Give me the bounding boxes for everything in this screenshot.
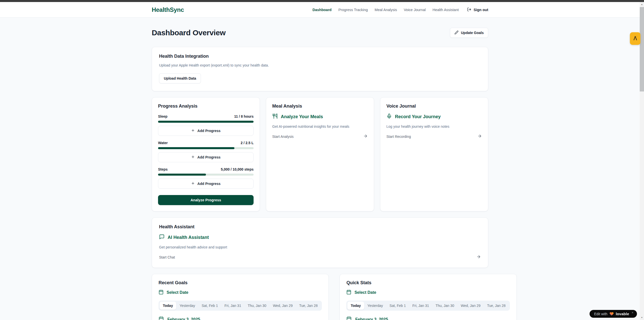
sleep-metric: Sleep 11 / 8 hours Add Progress	[158, 114, 254, 136]
app-logo[interactable]: HealthSync	[152, 6, 184, 13]
voice-journal-title: Voice Journal	[386, 104, 482, 109]
ai-health-assistant-link[interactable]: AI Health Assistant	[159, 234, 481, 241]
page-title: Dashboard Overview	[152, 28, 226, 37]
sign-out-button[interactable]: Sign out	[467, 7, 488, 12]
health-assistant-description: Get personalized health advice and suppo…	[159, 245, 481, 249]
progress-analysis-title: Progress Analysis	[158, 104, 254, 109]
vertical-scrollbar[interactable]: ▲ ▼	[640, 2, 644, 320]
utensils-icon	[272, 113, 278, 120]
tab-yesterday[interactable]: Yesterday	[176, 302, 198, 310]
meal-analysis-description: Get AI-powered nutritional insights for …	[272, 124, 368, 129]
sleep-add-progress-button[interactable]: Add Progress	[158, 126, 254, 136]
heart-icon	[609, 312, 614, 316]
steps-metric: Steps 5,000 / 10,000 steps Add Progress	[158, 167, 254, 189]
sign-out-label: Sign out	[474, 8, 488, 12]
recent-goals-date-tabs: Today Yesterday Sat, Feb 1 Fri, Jan 31 T…	[159, 301, 322, 311]
tab-fri-jan-31[interactable]: Fri, Jan 31	[221, 302, 244, 310]
quick-stats-title: Quick Stats	[346, 280, 510, 285]
plus-icon	[191, 181, 195, 186]
calendar-icon	[346, 290, 351, 296]
water-progress-bar	[158, 147, 254, 149]
tab-tue-jan-28[interactable]: Tue, Jan 28	[484, 302, 509, 310]
browser-top-bar	[0, 0, 644, 2]
progress-analysis-card: Progress Analysis Sleep 11 / 8 hours Add…	[152, 97, 260, 211]
scroll-up-arrow-icon[interactable]: ▲	[640, 2, 644, 7]
health-data-integration-card: Health Data Integration Upload your Appl…	[152, 47, 488, 91]
plus-icon	[191, 155, 195, 159]
nav-voice-journal[interactable]: Voice Journal	[404, 8, 426, 12]
upload-health-data-button[interactable]: Upload Health Data	[159, 73, 201, 83]
tab-today[interactable]: Today	[347, 302, 364, 310]
recent-goals-title: Recent Goals	[159, 280, 322, 285]
water-value: 2 / 2.5 L	[241, 141, 254, 145]
recent-goals-select-date[interactable]: Select Date	[159, 290, 322, 296]
close-icon[interactable]: ×	[632, 311, 633, 314]
meal-analysis-card: Meal Analysis Analyze Your Meals Get AI-…	[266, 97, 374, 211]
record-your-journey-link[interactable]: Record Your Journey	[386, 113, 482, 120]
sleep-label: Sleep	[158, 114, 167, 118]
meal-analysis-title: Meal Analysis	[272, 104, 368, 109]
water-add-progress-button[interactable]: Add Progress	[158, 152, 254, 162]
steps-progress-bar	[158, 174, 254, 176]
scroll-down-arrow-icon[interactable]: ▼	[640, 315, 644, 320]
recent-goals-card: Recent Goals Select Date Today Yesterday…	[152, 274, 329, 320]
health-assistant-card: Health Assistant AI Health Assistant Get…	[152, 217, 488, 268]
recent-goals-selected-date: February 3, 2025	[159, 316, 322, 320]
steps-add-progress-button[interactable]: Add Progress	[158, 179, 254, 189]
start-chat-link[interactable]: Start Chat	[159, 254, 481, 260]
tab-wed-jan-29[interactable]: Wed, Jan 29	[457, 302, 484, 310]
tab-sat-feb-1[interactable]: Sat, Feb 1	[386, 302, 409, 310]
arrow-right-icon	[477, 134, 482, 139]
arrow-right-icon	[363, 134, 368, 139]
water-label: Water	[158, 141, 168, 145]
app-header: HealthSync Dashboard Progress Tracking M…	[0, 2, 644, 18]
nav-health-assistant[interactable]: Health Assistant	[433, 8, 459, 12]
health-data-description: Upload your Apple Health export (export.…	[159, 63, 481, 67]
tab-fri-jan-31[interactable]: Fri, Jan 31	[409, 302, 432, 310]
scrollbar-thumb[interactable]	[640, 7, 644, 91]
start-recording-link[interactable]: Start Recording	[386, 134, 482, 139]
tab-wed-jan-29[interactable]: Wed, Jan 29	[270, 302, 296, 310]
tab-today[interactable]: Today	[160, 302, 176, 310]
quick-stats-date-tabs: Today Yesterday Sat, Feb 1 Fri, Jan 31 T…	[346, 301, 510, 311]
tab-tue-jan-28[interactable]: Tue, Jan 28	[296, 302, 321, 310]
tab-sat-feb-1[interactable]: Sat, Feb 1	[198, 302, 221, 310]
nav-dashboard[interactable]: Dashboard	[313, 8, 332, 12]
log-out-icon	[467, 7, 471, 12]
calendar-icon	[159, 290, 164, 296]
lovable-logo-icon	[632, 35, 638, 42]
steps-value: 5,000 / 10,000 steps	[221, 167, 254, 171]
steps-label: Steps	[158, 167, 168, 171]
quick-stats-selected-date: February 3, 2025	[346, 316, 510, 320]
analyze-your-meals-link[interactable]: Analyze Your Meals	[272, 113, 368, 120]
nav-meal-analysis[interactable]: Meal Analysis	[375, 8, 397, 12]
edit-with-lovable-pill[interactable]: Edit with lovable ×	[590, 310, 637, 318]
main-nav: Dashboard Progress Tracking Meal Analysi…	[313, 7, 488, 12]
arrow-right-icon	[476, 254, 481, 260]
microphone-icon	[386, 113, 392, 120]
sleep-value: 11 / 8 hours	[234, 114, 254, 118]
start-analysis-link[interactable]: Start Analysis	[272, 134, 368, 139]
tab-thu-jan-30[interactable]: Thu, Jan 30	[432, 302, 457, 310]
analyze-progress-button[interactable]: Analyze Progress	[158, 195, 254, 205]
calendar-icon	[346, 316, 352, 320]
calendar-icon	[159, 316, 164, 320]
tab-yesterday[interactable]: Yesterday	[364, 302, 386, 310]
tab-thu-jan-30[interactable]: Thu, Jan 30	[244, 302, 270, 310]
nav-progress-tracking[interactable]: Progress Tracking	[338, 8, 368, 12]
voice-journal-card: Voice Journal Record Your Journey Log yo…	[380, 97, 488, 211]
water-metric: Water 2 / 2.5 L Add Progress	[158, 141, 254, 162]
quick-stats-card: Quick Stats Select Date Today Yesterday …	[340, 274, 516, 320]
plus-icon	[191, 129, 195, 133]
lovable-editor-badge[interactable]	[630, 32, 640, 45]
health-data-title: Health Data Integration	[159, 54, 481, 59]
voice-journal-description: Log your health journey with voice notes	[386, 124, 482, 129]
chat-bubble-icon	[159, 234, 165, 241]
pencil-icon	[454, 30, 458, 35]
update-goals-button[interactable]: Update Goals	[450, 28, 488, 38]
health-assistant-title: Health Assistant	[159, 224, 481, 230]
sleep-progress-bar	[158, 121, 254, 123]
quick-stats-select-date[interactable]: Select Date	[346, 290, 510, 296]
